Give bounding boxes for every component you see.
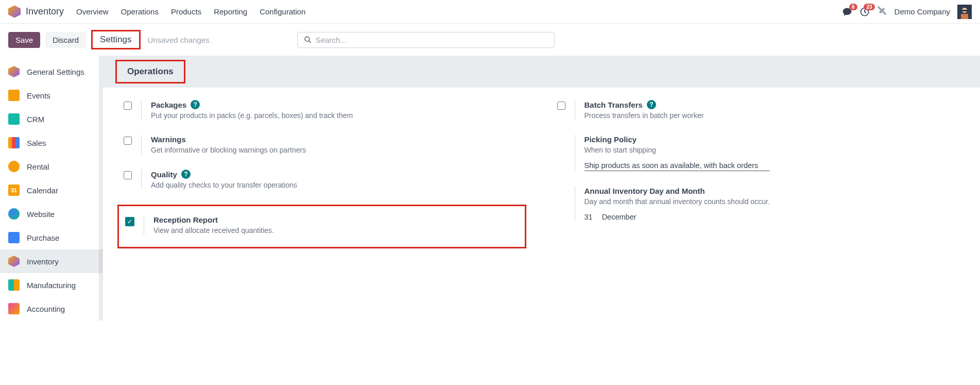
setting-title: Packages — [151, 101, 186, 109]
help-icon[interactable]: ? — [647, 100, 656, 109]
tools-icon[interactable] — [877, 6, 887, 18]
purchase-icon — [8, 232, 20, 243]
crm-icon — [8, 113, 20, 125]
svg-rect-4 — [961, 14, 968, 19]
nav-reporting[interactable]: Reporting — [214, 7, 247, 16]
main: General Settings Events CRM Sales Rental… — [0, 56, 980, 321]
messages-button[interactable]: 6 — [842, 7, 852, 17]
sidebar-item-events[interactable]: Events — [0, 83, 102, 107]
sidebar-item-general-settings[interactable]: General Settings — [0, 60, 102, 83]
sidebar-item-label: CRM — [27, 115, 44, 124]
setting-title: Reception Report — [153, 215, 218, 224]
sidebar-item-manufacturing[interactable]: Manufacturing — [0, 273, 102, 297]
warnings-checkbox[interactable] — [124, 137, 132, 145]
setting-desc: When to start shipping — [584, 146, 960, 154]
sales-icon — [8, 137, 20, 148]
activities-badge: 23 — [864, 4, 874, 10]
top-nav: Overview Operations Products Reporting C… — [76, 7, 305, 16]
sidebar-item-sales[interactable]: Sales — [0, 131, 102, 155]
sidebar-item-label: General Settings — [27, 68, 84, 76]
sidebar-item-calendar[interactable]: 31Calendar — [0, 178, 102, 202]
app-logo-icon — [8, 6, 21, 18]
nav-products[interactable]: Products — [171, 7, 201, 16]
setting-annual-inventory: Annual Inventory Day and Month Day and m… — [557, 187, 960, 221]
unsaved-indicator: Unsaved changes — [148, 36, 210, 44]
reception-report-checkbox[interactable]: ✓ — [125, 217, 134, 226]
rental-icon — [8, 161, 20, 172]
setting-desc: View and allocate received quantities. — [153, 226, 512, 235]
search-box[interactable] — [297, 32, 555, 48]
setting-desc: Process transfers in batch per worker — [584, 111, 960, 120]
batch-transfers-checkbox[interactable] — [557, 102, 565, 110]
calendar-icon: 31 — [8, 185, 20, 196]
messages-badge: 6 — [849, 4, 857, 10]
setting-desc: Add quality checks to your transfer oper… — [151, 181, 526, 189]
app-title[interactable]: Inventory — [26, 6, 64, 17]
sidebar-item-label: Manufacturing — [27, 281, 76, 290]
nav-overview[interactable]: Overview — [76, 7, 109, 16]
nav-configuration[interactable]: Configuration — [260, 7, 305, 16]
save-button[interactable]: Save — [8, 32, 40, 48]
sidebar-item-label: Calendar — [27, 186, 58, 195]
sidebar-item-accounting[interactable]: Accounting — [0, 297, 102, 321]
section-operations-header: Operations — [115, 60, 185, 83]
picking-policy-select[interactable]: Ship products as soon as available, with… — [584, 161, 770, 171]
sidebar-item-crm[interactable]: CRM — [0, 107, 102, 131]
manufacturing-icon — [8, 279, 20, 291]
company-name[interactable]: Demo Company — [895, 7, 950, 16]
sidebar-item-label: Accounting — [27, 305, 65, 313]
setting-title: Picking Policy — [584, 135, 637, 144]
discard-button[interactable]: Discard — [45, 32, 86, 48]
sidebar-item-label: Purchase — [27, 233, 59, 242]
sidebar-item-rental[interactable]: Rental — [0, 155, 102, 178]
setting-title: Warnings — [151, 135, 186, 144]
sidebar-item-label: Sales — [27, 139, 46, 147]
sidebar-item-label: Rental — [27, 162, 49, 171]
settings-col-left: Packages? Put your products in packs (e.… — [124, 100, 526, 248]
events-icon — [8, 90, 20, 101]
sidebar-item-inventory[interactable]: Inventory — [0, 249, 102, 273]
setting-title: Quality — [151, 170, 177, 179]
inventory-icon — [8, 256, 20, 267]
sidebar-item-label: Website — [27, 210, 55, 219]
sidebar-item-purchase[interactable]: Purchase — [0, 226, 102, 249]
settings-grid: Packages? Put your products in packs (e.… — [103, 88, 980, 261]
setting-desc: Get informative or blocking warnings on … — [151, 146, 526, 154]
nav-operations[interactable]: Operations — [121, 7, 159, 16]
help-icon[interactable]: ? — [181, 170, 191, 179]
highlight-reception-report: ✓ Reception Report View and allocate rec… — [117, 205, 526, 248]
user-avatar[interactable] — [957, 5, 972, 19]
topbar: Inventory Overview Operations Products R… — [0, 0, 980, 24]
svg-rect-3 — [962, 10, 967, 11]
controlbar: Save Discard Settings Unsaved changes — [0, 24, 980, 56]
setting-desc: Day and month that annual inventory coun… — [584, 197, 960, 206]
activities-button[interactable]: 23 — [859, 7, 870, 17]
sidebar: General Settings Events CRM Sales Rental… — [0, 56, 103, 321]
quality-checkbox[interactable] — [124, 171, 132, 179]
annual-inventory-month[interactable]: December — [602, 213, 637, 221]
help-icon[interactable]: ? — [191, 100, 200, 109]
breadcrumb-settings[interactable]: Settings — [91, 30, 140, 49]
setting-title: Annual Inventory Day and Month — [584, 187, 705, 195]
setting-desc: Put your products in packs (e.g. parcels… — [151, 111, 526, 120]
content: Operations Packages? Put your products i… — [103, 56, 980, 321]
annual-inventory-day[interactable]: 31 — [584, 213, 593, 221]
topbar-right: 6 23 Demo Company — [842, 5, 972, 19]
gear-icon — [8, 66, 20, 77]
setting-reception-report: ✓ Reception Report View and allocate rec… — [125, 215, 512, 235]
sidebar-item-website[interactable]: Website — [0, 202, 102, 226]
sidebar-item-label: Inventory — [27, 257, 59, 266]
setting-packages: Packages? Put your products in packs (e.… — [124, 100, 526, 120]
accounting-icon — [8, 303, 20, 314]
search-input[interactable] — [316, 36, 548, 44]
setting-warnings: Warnings Get informative or blocking war… — [124, 135, 526, 154]
search-icon — [304, 36, 312, 44]
packages-checkbox[interactable] — [124, 102, 132, 110]
svg-point-5 — [304, 37, 309, 41]
website-icon — [8, 208, 20, 220]
setting-batch-transfers: Batch Transfers? Process transfers in ba… — [557, 100, 960, 120]
section-header-bar: Operations — [103, 56, 980, 88]
settings-col-right: Batch Transfers? Process transfers in ba… — [557, 100, 960, 248]
svg-line-6 — [308, 41, 311, 43]
sidebar-item-label: Events — [27, 91, 50, 100]
